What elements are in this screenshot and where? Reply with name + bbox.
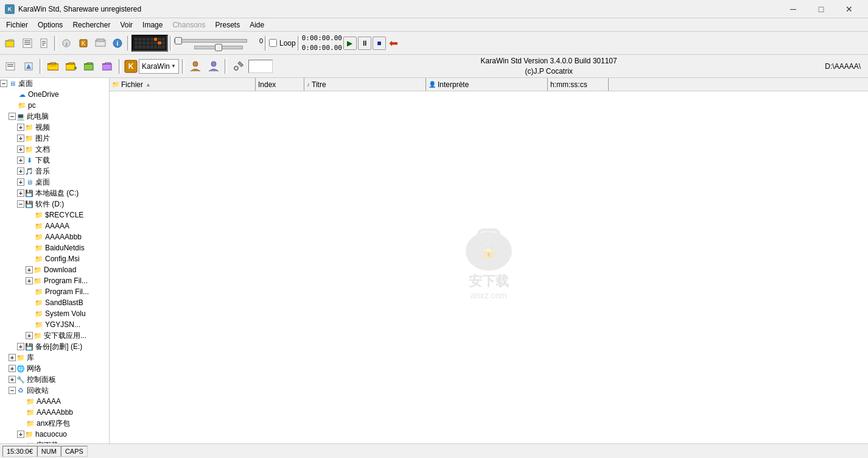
folder-icon: 📁 <box>26 397 35 406</box>
tb-btn-4[interactable]: ♪ <box>58 35 74 51</box>
tree-item[interactable]: +📁Download <box>0 264 109 275</box>
tree-item[interactable]: 📁AAAAA <box>0 396 109 407</box>
tb2-person2-btn[interactable] <box>206 58 222 74</box>
tree-item[interactable]: 📁AAAAA <box>0 220 109 231</box>
svg-rect-26 <box>66 64 75 70</box>
tb-btn-7[interactable]: i <box>110 35 125 51</box>
col-fichier[interactable]: 📁 Fichier ▲ <box>110 78 256 91</box>
tree-item[interactable]: −🖥桌面 <box>0 78 109 89</box>
loop-checkbox[interactable] <box>269 39 277 47</box>
tb2-btn-2[interactable] <box>21 58 37 74</box>
tb2-btn-folder-open[interactable] <box>45 58 61 74</box>
tb2-tool-btn[interactable] <box>230 58 246 74</box>
tb2-btn-1[interactable] <box>2 58 18 74</box>
tb-btn-2[interactable] <box>19 35 35 51</box>
karawin-dropdown[interactable]: KaraWin ▼ <box>139 59 179 74</box>
tree-item[interactable]: 📁pc <box>0 100 109 111</box>
folder-icon: 📁 <box>16 353 26 362</box>
tb-btn-6[interactable] <box>93 35 108 51</box>
tree-item[interactable]: +📁图片 <box>0 133 109 144</box>
back-button[interactable]: ⬅ <box>387 37 401 50</box>
tb-btn-5[interactable]: K <box>75 35 91 51</box>
tree-item-label: 文档 <box>35 144 50 155</box>
tree-item[interactable]: +💾本地磁盘 (C:) <box>0 188 109 199</box>
svg-rect-29 <box>84 64 93 70</box>
minimize-button[interactable]: ─ <box>779 0 807 18</box>
progress-slider[interactable] <box>174 39 247 43</box>
tb2-person-btn[interactable] <box>187 58 203 74</box>
pause-button[interactable]: ⏸ <box>358 37 371 50</box>
tree-item-label: $RECYCLE <box>45 211 83 219</box>
tree-item[interactable]: −💻此电脑 <box>0 111 109 122</box>
col-duration[interactable]: h:mm:ss:cs <box>548 78 609 91</box>
tree-item-label: OneDrive <box>28 90 59 99</box>
tree-item[interactable]: 📁Config.Msi <box>0 253 109 264</box>
stop-button[interactable]: ■ <box>373 37 386 50</box>
folder-icon: 📁 <box>34 233 44 241</box>
svg-point-36 <box>211 62 216 66</box>
tree-item[interactable]: +🔧控制面板 <box>0 374 109 385</box>
tb2-btn-folder-go[interactable] <box>82 58 97 74</box>
tree-item[interactable]: 📁BaiduNetdis <box>0 242 109 253</box>
download-icon: ⬇ <box>24 156 34 164</box>
tree-item[interactable]: +📁安下载应用... <box>0 330 109 341</box>
tree-item[interactable]: 📁安下载 <box>0 440 109 443</box>
tree-item[interactable]: +🎵音乐 <box>0 166 109 177</box>
tree-item-label: Program Fil... <box>45 287 89 296</box>
tree-item[interactable]: 📁YGYJSN... <box>0 319 109 330</box>
menu-item-options[interactable]: Options <box>33 18 68 31</box>
tree-item[interactable]: −💾软件 (D:) <box>0 199 109 210</box>
col-titre[interactable]: ♪ Titre <box>304 78 426 91</box>
watermark-subtext: anxz.com <box>471 291 507 300</box>
menu-item-presets[interactable]: Presets <box>211 18 245 31</box>
tree-item[interactable]: −♻回收站 <box>0 385 109 396</box>
tree-item[interactable]: 📁anx程序包 <box>0 418 109 429</box>
tree-item[interactable]: 📁$RECYCLE <box>0 210 109 220</box>
menu-item-voir[interactable]: Voir <box>115 18 138 31</box>
tb2-btn-folder-add[interactable]: + <box>63 58 79 74</box>
tree-item[interactable]: +🌐网络 <box>0 363 109 374</box>
svg-marker-24 <box>47 63 56 64</box>
menu-item-fichier[interactable]: Fichier <box>1 18 33 31</box>
col-index[interactable]: Index <box>256 78 304 91</box>
menu-item-rechercher[interactable]: Rechercher <box>68 18 115 31</box>
tree-item[interactable]: 📁Program Fil... <box>0 286 109 297</box>
menu-item-image[interactable]: Image <box>138 18 167 31</box>
col-interprete[interactable]: 👤 Interprète <box>426 78 548 91</box>
tree-item-label: Program Fil... <box>44 277 88 285</box>
tempo-slider[interactable] <box>194 46 243 49</box>
tree-item[interactable]: 📁AAAAAbbb <box>0 407 109 418</box>
tree-item-label: 安下载 <box>37 440 58 444</box>
tree-item[interactable]: 📁AAAAAbbb <box>0 231 109 242</box>
tb-btn-1[interactable] <box>2 35 18 51</box>
tree-item[interactable]: 📁System Volu <box>0 308 109 319</box>
computer-icon: 💻 <box>16 112 26 121</box>
drive-icon: 💾 <box>24 342 34 351</box>
tree-item[interactable]: +📁视频 <box>0 122 109 133</box>
tree-item[interactable]: +💾备份[勿删] (E:) <box>0 341 109 352</box>
tree-item-label: 网络 <box>27 364 41 374</box>
play-button[interactable]: ▶ <box>343 37 357 50</box>
maximize-button[interactable]: □ <box>807 0 835 18</box>
tree-item[interactable]: +📁Program Fil... <box>0 275 109 286</box>
status-caps: CAPS <box>61 446 88 457</box>
tree-item-label: 软件 (D:) <box>35 199 64 210</box>
tb2-btn-folder-purple[interactable] <box>100 58 116 74</box>
tree-item[interactable]: +📁库 <box>0 352 109 363</box>
tree-item-label: 视频 <box>35 122 50 133</box>
tree-item[interactable]: +📁文档 <box>0 144 109 155</box>
file-tree[interactable]: −🖥桌面☁OneDrive📁pc−💻此电脑+📁视频+📁图片+📁文档+⬇下载+🎵音… <box>0 78 110 443</box>
tree-item[interactable]: 📁SandBlastB <box>0 297 109 308</box>
close-button[interactable]: ✕ <box>835 0 863 18</box>
slider-value: 0 <box>251 37 263 44</box>
tree-item[interactable]: +⬇下载 <box>0 155 109 166</box>
tree-item[interactable]: +🖥桌面 <box>0 177 109 188</box>
tree-item[interactable]: +📁hacuocuo <box>0 429 109 440</box>
tree-item-label: AAAAA <box>45 222 69 230</box>
folder-icon: 📁 <box>24 123 34 132</box>
text-input[interactable] <box>248 60 273 73</box>
tb-btn-3[interactable] <box>37 35 52 51</box>
menu-item-aide[interactable]: Aide <box>245 18 269 31</box>
tree-item-label: 桌面 <box>18 79 33 89</box>
tree-item[interactable]: ☁OneDrive <box>0 89 109 100</box>
